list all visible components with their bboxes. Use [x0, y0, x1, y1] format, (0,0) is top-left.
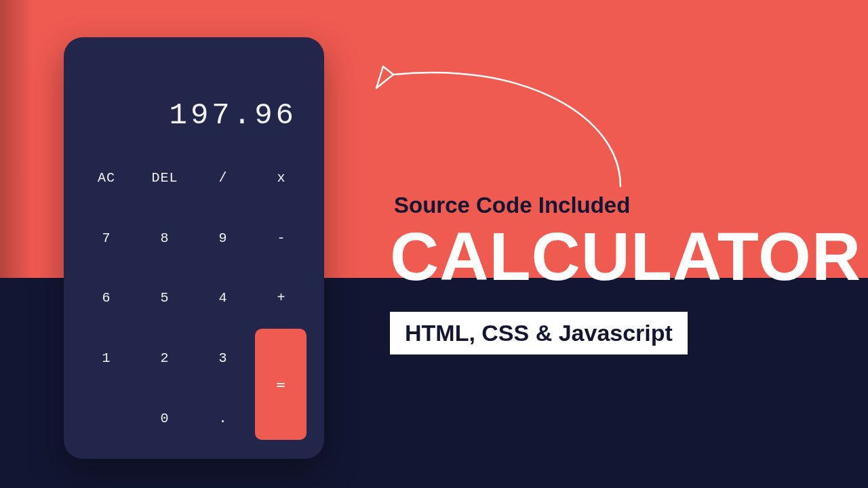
nine-button[interactable]: 9 — [195, 213, 251, 264]
six-button[interactable]: 6 — [79, 273, 134, 324]
ac-button[interactable]: AC — [79, 152, 134, 203]
zero-button[interactable]: 0 — [137, 393, 193, 444]
four-button[interactable]: 4 — [195, 273, 251, 324]
equals-button[interactable]: = — [255, 329, 307, 440]
eight-button[interactable]: 8 — [137, 213, 193, 264]
plus-button[interactable]: + — [254, 273, 309, 324]
calculator-keypad: AC DEL / x 7 8 9 - 6 5 4 + 1 2 3 0 . = — [79, 152, 309, 444]
promo-text: Source Code Included CALCULATOR HTML, CS… — [390, 192, 861, 354]
calculator-panel: 197.96 AC DEL / x 7 8 9 - 6 5 4 + 1 2 3 … — [64, 37, 324, 459]
calculator-display: 197.96 — [79, 56, 309, 152]
three-button[interactable]: 3 — [195, 333, 251, 384]
promo-title: CALCULATOR — [390, 222, 861, 290]
promo-subtitle: Source Code Included — [394, 192, 861, 218]
dot-button[interactable]: . — [195, 393, 251, 444]
seven-button[interactable]: 7 — [79, 213, 134, 264]
five-button[interactable]: 5 — [137, 273, 193, 324]
multiply-button[interactable]: x — [254, 152, 309, 203]
divide-button[interactable]: / — [195, 152, 251, 203]
del-button[interactable]: DEL — [137, 152, 193, 203]
one-button[interactable]: 1 — [79, 333, 134, 384]
minus-button[interactable]: - — [254, 213, 309, 264]
promo-badge: HTML, CSS & Javascript — [390, 312, 688, 354]
two-button[interactable]: 2 — [137, 333, 193, 384]
